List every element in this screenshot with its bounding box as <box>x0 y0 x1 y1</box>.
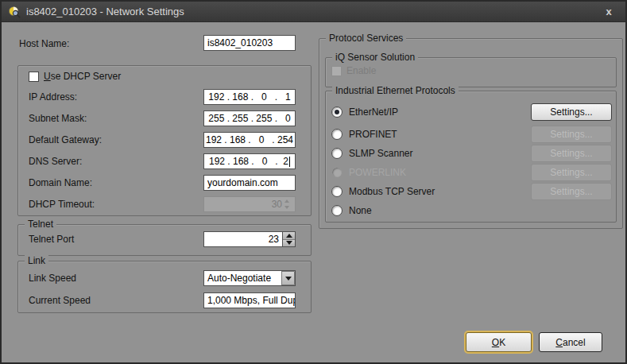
link-speed-label: Link Speed <box>29 273 76 284</box>
host-name-label: Host Name: <box>19 38 69 49</box>
radio-none[interactable] <box>331 205 343 216</box>
radio-ethernet-ip[interactable] <box>331 106 343 118</box>
protocol-services-label: Protocol Services <box>326 33 406 45</box>
spinner-down-button[interactable] <box>283 239 295 247</box>
radio-slmp-scanner[interactable] <box>331 148 343 159</box>
spinner-up-icon <box>282 198 292 204</box>
current-speed-input[interactable]: 1,000 Mbps, Full Dup <box>203 292 296 308</box>
window-title: is8402_010203 - Network Settings <box>26 6 184 17</box>
powerlink-settings-button: Settings... <box>531 164 612 181</box>
dhcp-timeout-label: DHCP Timeout: <box>29 199 95 210</box>
iq-enable-label: Enable <box>346 65 376 76</box>
dns-server-input[interactable]: 192 . 168 . 0 . 2 <box>203 153 296 169</box>
telnet-port-spinner <box>282 231 296 247</box>
protocol-label: EtherNet/IP <box>349 106 398 118</box>
ok-button[interactable]: OK <box>466 332 532 352</box>
industrial-protocols-label: Industrial Ethernet Protocols <box>332 85 459 97</box>
protocol-row: POWERLINK Settings... <box>325 164 615 181</box>
default-gateway-input[interactable]: 192 . 168 . 0 . 254 <box>203 132 296 148</box>
domain-name-input[interactable]: yourdomain.com <box>203 175 296 191</box>
subnet-mask-input[interactable]: 255 . 255 . 255 . 0 <box>203 110 296 126</box>
chevron-down-icon <box>285 277 292 281</box>
dns-server-label: DNS Server: <box>29 156 82 167</box>
cancel-button[interactable]: Cancel <box>539 332 602 352</box>
default-gateway-label: Default Gateway: <box>29 134 102 145</box>
telnet-port-label: Telnet Port <box>29 234 74 245</box>
protocol-row: None <box>325 202 615 219</box>
protocol-row: SLMP Scanner Settings... <box>325 145 615 162</box>
telnet-group-label: Telnet <box>25 219 56 230</box>
use-dhcp-checkbox[interactable] <box>29 72 39 82</box>
dhcp-timeout-spinner <box>282 198 292 211</box>
dialog-body: Host Name: is8402_010203 Use DHCP Server… <box>2 22 625 362</box>
telnet-port-input[interactable]: 23 <box>203 231 283 247</box>
ip-address-label: IP Address: <box>29 91 77 103</box>
protocol-label: None <box>349 205 372 216</box>
app-icon <box>8 6 21 18</box>
ip-address-input[interactable]: 192 . 168 . 0 . 1 <box>203 89 296 105</box>
link-speed-combobox[interactable]: Auto-Negotiate <box>203 270 296 286</box>
protocol-label: PROFINET <box>349 129 397 140</box>
close-icon[interactable]: x <box>598 6 619 17</box>
radio-profinet[interactable] <box>331 129 343 140</box>
iq-enable-checkbox <box>331 66 342 76</box>
protocol-row: PROFINET Settings... <box>325 126 615 143</box>
subnet-mask-label: Subnet Mask: <box>29 113 87 124</box>
spinner-down-icon <box>282 204 292 211</box>
radio-powerlink <box>331 167 343 178</box>
network-settings-dialog: is8402_010203 - Network Settings x Host … <box>0 0 627 364</box>
protocol-row: Modbus TCP Server Settings... <box>325 183 615 200</box>
down-arrow-icon <box>286 241 292 245</box>
modbus-settings-button: Settings... <box>531 183 612 200</box>
protocol-label: SLMP Scanner <box>349 148 413 159</box>
iq-sensor-label: iQ Sensor Solution <box>332 52 418 64</box>
up-arrow-icon <box>286 234 292 238</box>
protocol-label: Modbus TCP Server <box>349 186 435 197</box>
slmp-settings-button: Settings... <box>531 145 612 162</box>
ethernet-ip-settings-button[interactable]: Settings... <box>531 103 612 121</box>
titlebar[interactable]: is8402_010203 - Network Settings x <box>2 2 625 22</box>
combobox-dropdown-button[interactable] <box>281 271 295 285</box>
current-speed-label: Current Speed <box>29 295 91 306</box>
domain-name-label: Domain Name: <box>29 177 92 188</box>
host-name-input[interactable]: is8402_010203 <box>203 35 296 51</box>
radio-modbus-tcp[interactable] <box>331 186 343 197</box>
text-caret <box>289 157 290 167</box>
protocol-label: POWERLINK <box>349 167 406 178</box>
spinner-up-button[interactable] <box>283 232 295 239</box>
dhcp-timeout-input: 30 <box>203 196 296 212</box>
protocol-row: EtherNet/IP Settings... <box>325 103 615 121</box>
use-dhcp-label: Use DHCP Server <box>44 71 121 82</box>
link-group-label: Link <box>25 255 48 267</box>
profinet-settings-button: Settings... <box>531 126 612 143</box>
